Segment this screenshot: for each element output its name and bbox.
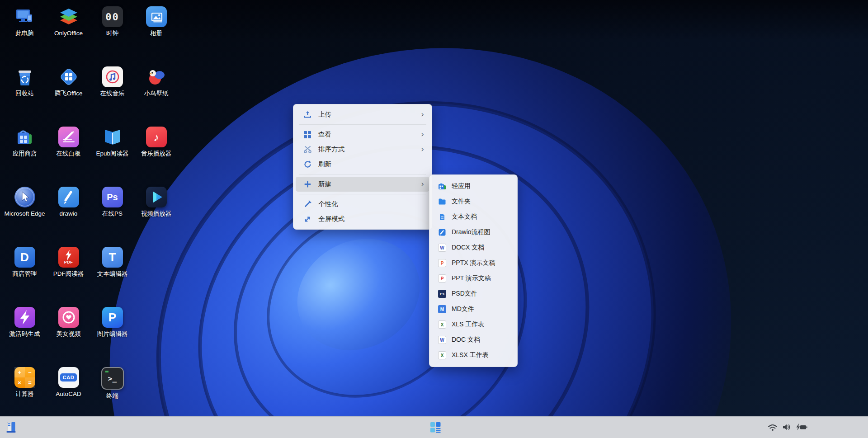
desktop-icon-label: 腾飞Office (54, 90, 82, 97)
desktop-icon-bird-wallpaper[interactable]: 小鸟壁纸 (134, 66, 178, 127)
app-launcher-button[interactable] (429, 421, 442, 433)
bird-wallpaper-icon (146, 66, 167, 87)
onlyoffice-icon (58, 6, 79, 27)
desktop-icon-music-player[interactable]: ♪ 音乐播放器 (134, 127, 178, 187)
desktop-icon-activation-code[interactable]: 激活码生成 (3, 307, 47, 367)
menu-item-label: 刷新 (318, 160, 424, 169)
submenu-item-pptx[interactable]: P PPTX 演示文稿 (432, 255, 515, 271)
submenu-item-light-app[interactable]: 轻应用 (432, 179, 515, 194)
submenu-item-ppt[interactable]: P PPT 演示文稿 (432, 271, 515, 286)
volume-icon[interactable] (782, 423, 791, 431)
menu-item-label: 个性化 (318, 200, 424, 208)
image-editor-glyph: P (108, 311, 116, 325)
menu-item-refresh[interactable]: 刷新 (296, 157, 429, 172)
psd-glyph: Ps (440, 292, 444, 296)
host-machine-icon (5, 421, 18, 433)
epub-reader-icon (102, 127, 123, 147)
menu-item-view[interactable]: 查看 › (296, 127, 429, 142)
light-app-icon (438, 182, 446, 190)
desktop-icon-microsoft-edge[interactable]: Microsoft Edge (3, 187, 47, 247)
md-glyph: M (440, 307, 444, 312)
desktop-icon-store-manager[interactable]: D 商店管理 (3, 247, 47, 307)
system-tray (768, 423, 807, 431)
this-pc-icon (14, 6, 35, 27)
submenu-item-folder[interactable]: 文件夹 (432, 194, 515, 209)
xlsx-glyph: X (441, 353, 444, 358)
desktop-icon-app-store[interactable]: 应用商店 (3, 127, 47, 187)
menu-item-new[interactable]: 新建 › (296, 177, 429, 192)
desktop-icon-video-player[interactable]: 视频播放器 (134, 187, 178, 247)
menu-item-label: 新建 (318, 180, 421, 188)
autocad-glyph: CAD (60, 373, 77, 381)
personalize-icon (303, 200, 312, 209)
xls-file-icon: X (438, 320, 446, 329)
desktop-icon-this-pc[interactable]: 此电脑 (3, 6, 47, 66)
pdf-reader-icon: PDF (58, 247, 79, 268)
menu-item-fullscreen[interactable]: 全屏模式 (296, 212, 429, 226)
app-store-icon (14, 127, 35, 147)
microsoft-edge-icon (14, 187, 35, 207)
submenu-item-label: Drawio流程图 (452, 228, 491, 236)
docx-glyph: W (440, 245, 444, 250)
desktop-icon-label: 回收站 (15, 90, 34, 97)
tengfei-office-icon (58, 66, 79, 87)
menu-item-upload[interactable]: 上传 › (296, 107, 429, 122)
menu-item-label: 查看 (318, 130, 421, 139)
desktop-icon-label: OnlyOffice (54, 30, 83, 37)
desktop-icon-whiteboard[interactable]: 在线白板 (47, 127, 90, 187)
desktop-icon-grid: 此电脑 回收站 应用商店 Microsoft Edge D 商店管理 激活码生成… (3, 6, 178, 427)
online-music-icon (102, 66, 123, 87)
menu-item-personalize[interactable]: 个性化 (296, 197, 429, 212)
text-editor-icon: T (102, 247, 123, 268)
psd-file-icon: Ps (438, 290, 446, 298)
chevron-right-icon: › (421, 111, 424, 118)
clock-glyph: 00 (105, 11, 119, 23)
fullscreen-icon (303, 215, 312, 224)
recycle-bin-icon (14, 66, 35, 87)
submenu-item-docx[interactable]: W DOCX 文档 (432, 240, 515, 255)
menu-divider (299, 194, 426, 194)
desktop-icon-photos[interactable]: 相册 (134, 6, 178, 66)
desktop-icon-label: 激活码生成 (9, 330, 40, 338)
desktop-icon-pdf-reader[interactable]: PDF PDF阅读器 (47, 247, 90, 307)
taskbar (0, 416, 868, 438)
desktop-icon-epub-reader[interactable]: Epub阅读器 (90, 127, 134, 187)
desktop-icon-onlyoffice[interactable]: OnlyOffice (47, 6, 90, 66)
upload-icon (303, 110, 312, 119)
online-ps-icon: Ps (102, 187, 123, 207)
submenu-item-psd[interactable]: Ps PSD文件 (432, 286, 515, 301)
submenu-item-label: 文本文档 (452, 213, 477, 221)
menu-item-label: 全屏模式 (318, 215, 424, 223)
desktop-icon-label: drawio (60, 210, 78, 217)
desktop-icon-online-music[interactable]: 在线音乐 (90, 66, 134, 127)
menu-divider (299, 174, 426, 174)
desktop-icon-online-ps[interactable]: Ps 在线PS (90, 187, 134, 247)
text-doc-icon (438, 213, 446, 221)
desktop-icon-recycle-bin[interactable]: 回收站 (3, 66, 47, 127)
desktop-icon-image-editor[interactable]: P 图片编辑器 (90, 307, 134, 367)
battery-charging-icon[interactable] (796, 423, 807, 431)
desktop-icon-label: 音乐播放器 (141, 150, 172, 157)
desktop-icon-drawio[interactable]: drawio (47, 187, 90, 247)
submenu-item-md[interactable]: M MD文件 (432, 301, 515, 317)
menu-item-sort[interactable]: 排序方式 › (296, 142, 429, 157)
desktop-icon-beauty-video[interactable]: 美女视频 (47, 307, 90, 367)
svg-text:−: − (28, 369, 32, 376)
submenu-item-text-doc[interactable]: 文本文档 (432, 209, 515, 225)
desktop-icon-label: 计算器 (15, 391, 34, 398)
submenu-item-xlsx[interactable]: X XLSX 工作表 (432, 348, 515, 363)
host-machine-button[interactable] (5, 421, 18, 433)
desktop-icon-label: 应用商店 (13, 150, 37, 157)
drawio-file-icon (438, 228, 446, 236)
desktop-icon-clock[interactable]: 00 时钟 (90, 6, 134, 66)
wifi-icon[interactable] (768, 423, 778, 431)
desktop-icon-text-editor[interactable]: T 文本编辑器 (90, 247, 134, 307)
submenu-item-doc[interactable]: W DOC 文档 (432, 332, 515, 348)
new-submenu: 轻应用 文件夹 文本文档 Drawio流程图 W DOCX 文档 P PPTX … (429, 174, 518, 367)
submenu-item-xls[interactable]: X XLS 工作表 (432, 317, 515, 332)
submenu-item-label: MD文件 (452, 305, 474, 313)
submenu-item-drawio[interactable]: Drawio流程图 (432, 225, 515, 240)
music-player-glyph: ♪ (153, 131, 159, 144)
desktop-icon-tengfei-office[interactable]: 腾飞Office (47, 66, 90, 127)
desktop-icon-label: 时钟 (106, 30, 118, 37)
